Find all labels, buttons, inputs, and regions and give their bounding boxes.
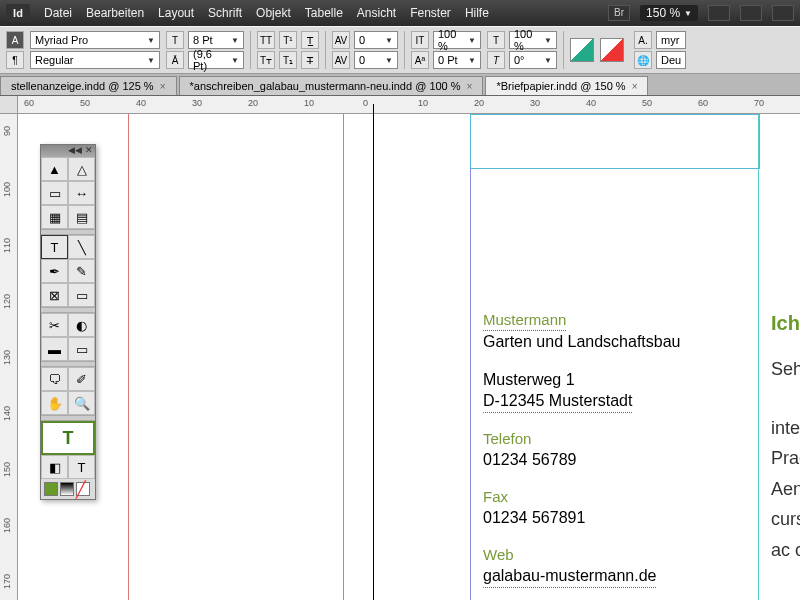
direct-selection-tool[interactable]: △ — [68, 157, 95, 181]
ruler-tick: 110 — [2, 238, 12, 253]
hscale-combo[interactable]: 100 %▼ — [509, 31, 557, 49]
gap-tool[interactable]: ↔ — [68, 181, 95, 205]
tools-panel[interactable]: ◀◀ ✕ ▲ △ ▭ ↔ ▦ ▤ T ╲ ✒ ✎ ⊠ ▭ ✂ ◐ ▬ ▭ — [40, 144, 96, 500]
allcaps-icon[interactable]: TT — [257, 31, 275, 49]
document-tabs: stellenanzeige.indd @ 125 %× *anschreibe… — [0, 74, 800, 96]
subscript-icon[interactable]: T₁ — [279, 51, 297, 69]
control-panel: A ¶ Myriad Pro▼ Regular▼ T8 Pt▼ Ā(9,6 Pt… — [0, 26, 800, 74]
vertical-ruler[interactable]: 90 100 110 120 130 140 150 160 170 — [0, 114, 18, 600]
formatting-container-icon[interactable]: ◧ — [41, 455, 68, 479]
kerning-combo[interactable]: 0▼ — [354, 31, 398, 49]
baseline-combo[interactable]: 0 Pt▼ — [433, 51, 481, 69]
zoom-level[interactable]: 150 %▼ — [640, 5, 698, 21]
menu-tabelle[interactable]: Tabelle — [305, 6, 343, 20]
body-line: integ — [771, 413, 800, 444]
scissors-tool[interactable]: ✂ — [41, 313, 68, 337]
underline-icon[interactable]: T̲ — [301, 31, 319, 49]
tracking-combo[interactable]: 0▼ — [354, 51, 398, 69]
font-family-combo[interactable]: Myriad Pro▼ — [30, 31, 160, 49]
address-block[interactable]: Mustermann Garten und Landschaftsbau Mus… — [483, 309, 723, 588]
arrange-icon[interactable] — [772, 5, 794, 21]
formatting-text-icon[interactable]: T — [68, 455, 95, 479]
close-icon[interactable]: × — [160, 81, 166, 92]
zoom-value: 150 % — [646, 6, 680, 20]
gradient-swatch-tool[interactable]: ▬ — [41, 337, 68, 361]
line-tool[interactable]: ╲ — [68, 235, 95, 259]
vscale-combo[interactable]: 100 %▼ — [433, 31, 481, 49]
menu-layout[interactable]: Layout — [158, 6, 194, 20]
fill-swatch[interactable] — [570, 38, 594, 62]
tracking-value: 0 — [359, 54, 365, 66]
tab-stellenanzeige[interactable]: stellenanzeige.indd @ 125 %× — [0, 76, 177, 95]
font-size-combo[interactable]: 8 Pt▼ — [188, 31, 244, 49]
label-telefon: Telefon — [483, 429, 723, 449]
menu-datei[interactable]: Datei — [44, 6, 72, 20]
selection-tool[interactable]: ▲ — [41, 157, 68, 181]
rect-tool[interactable]: ▭ — [68, 283, 95, 307]
stroke-swatch[interactable] — [600, 38, 624, 62]
label-web: Web — [483, 545, 723, 565]
charstyle-combo[interactable]: myr — [656, 31, 686, 49]
menubar: Id Datei Bearbeiten Layout Schrift Objek… — [0, 0, 800, 26]
strike-icon[interactable]: T̶ — [301, 51, 319, 69]
note-tool[interactable]: 🗨 — [41, 367, 68, 391]
menu-bearbeiten[interactable]: Bearbeiten — [86, 6, 144, 20]
page-tool[interactable]: ▭ — [41, 181, 68, 205]
font-style-combo[interactable]: Regular▼ — [30, 51, 160, 69]
guide[interactable] — [470, 114, 471, 600]
close-icon[interactable]: × — [632, 81, 638, 92]
close-icon[interactable]: × — [467, 81, 473, 92]
screen-mode-icon[interactable] — [740, 5, 762, 21]
ruler-origin[interactable] — [0, 96, 18, 114]
content-collector-tool[interactable]: ▦ — [41, 205, 68, 229]
text-frame[interactable] — [470, 114, 760, 169]
lang-combo[interactable]: Deu — [656, 51, 686, 69]
hscale-value: 100 % — [514, 28, 540, 52]
ruler-tick: 160 — [2, 518, 12, 533]
leading-combo[interactable]: (9,6 Pt)▼ — [188, 51, 244, 69]
guide[interactable] — [758, 114, 759, 600]
menu-schrift[interactable]: Schrift — [208, 6, 242, 20]
rect-frame-tool[interactable]: ⊠ — [41, 283, 68, 307]
tab-anschreiben[interactable]: *anschreiben_galabau_mustermann-neu.indd… — [179, 76, 484, 95]
pen-tool[interactable]: ✒ — [41, 259, 68, 283]
para-mode-icon[interactable]: ¶ — [6, 51, 24, 69]
menu-hilfe[interactable]: Hilfe — [465, 6, 489, 20]
tab-label: *Briefpapier.indd @ 150 % — [496, 80, 625, 92]
apply-color[interactable] — [44, 482, 58, 496]
gradient-feather-tool[interactable]: ▭ — [68, 337, 95, 361]
type-tool[interactable]: T — [41, 235, 68, 259]
charstyle-value: myr — [661, 34, 679, 46]
free-transform-tool[interactable]: ◐ — [68, 313, 95, 337]
guide[interactable] — [128, 114, 129, 600]
canvas[interactable]: Mustermann Garten und Landschaftsbau Mus… — [18, 114, 800, 600]
hand-tool[interactable]: ✋ — [41, 391, 68, 415]
menu-fenster[interactable]: Fenster — [410, 6, 451, 20]
apply-none[interactable]: ╱ — [76, 482, 90, 496]
zoom-tool[interactable]: 🔍 — [68, 391, 95, 415]
body-text-frame[interactable]: Ich b Sehr integ Praes Aene cursu ac cu — [771, 306, 800, 566]
apply-gradient[interactable] — [60, 482, 74, 496]
tab-label: *anschreiben_galabau_mustermann-neu.indd… — [190, 80, 461, 92]
tab-briefpapier[interactable]: *Briefpapier.indd @ 150 %× — [485, 76, 648, 95]
guide[interactable] — [343, 114, 344, 600]
eyedropper-tool[interactable]: ✐ — [68, 367, 95, 391]
pencil-tool[interactable]: ✎ — [68, 259, 95, 283]
ruler-tick: 130 — [2, 350, 12, 365]
label-fax: Fax — [483, 487, 723, 507]
fill-stroke-swatch[interactable]: T — [41, 421, 95, 455]
body-line: Sehr — [771, 354, 800, 385]
char-mode-icon[interactable]: A — [6, 31, 24, 49]
skew-combo[interactable]: 0°▼ — [509, 51, 557, 69]
tracking-icon: AV — [332, 51, 350, 69]
content-placer-tool[interactable]: ▤ — [68, 205, 95, 229]
body-line: Aene — [771, 474, 800, 505]
panel-header[interactable]: ◀◀ ✕ — [41, 145, 95, 157]
menu-ansicht[interactable]: Ansicht — [357, 6, 396, 20]
company-sub: Garten und Landschaftsbau — [483, 331, 723, 353]
menu-objekt[interactable]: Objekt — [256, 6, 291, 20]
superscript-icon[interactable]: T¹ — [279, 31, 297, 49]
view-mode-icon[interactable] — [708, 5, 730, 21]
smallcaps-icon[interactable]: Tᴛ — [257, 51, 275, 69]
bridge-icon[interactable]: Br — [608, 5, 630, 21]
